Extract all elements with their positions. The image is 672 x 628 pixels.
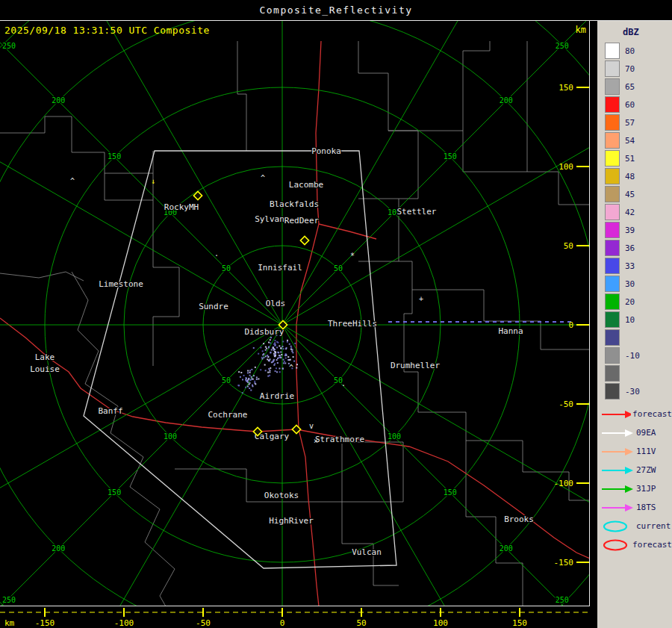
radar-echo-pixel xyxy=(275,370,276,372)
colorbar-row: 36 xyxy=(597,239,672,257)
bottom-axis-tick-label: 50 xyxy=(356,618,366,628)
county-boundary xyxy=(527,172,590,205)
map-area: 5050505010010010010015015015015020020020… xyxy=(0,21,590,606)
radar-echo-pixel xyxy=(277,362,279,364)
radar-echo-pixel xyxy=(267,376,269,377)
storm-marker: · xyxy=(214,252,219,260)
range-label: 200 xyxy=(500,544,513,553)
range-label: 200 xyxy=(500,96,513,105)
city-label: Brooks xyxy=(504,514,534,524)
radar-echo-pixel xyxy=(272,347,273,349)
bottom-axis: -150-100-50050100150km xyxy=(0,606,590,628)
radar-echo-pixel xyxy=(285,357,287,358)
city-label: Drumheller xyxy=(391,361,441,370)
radar-echo-pixel xyxy=(279,367,280,369)
radar-echo-pixel xyxy=(280,351,281,352)
county-boundary xyxy=(0,272,84,281)
range-label: 50 xyxy=(222,376,231,385)
city-label: Innisfail xyxy=(258,263,302,273)
colorbar-row: 39 xyxy=(597,221,672,239)
colorbar-row: 80 xyxy=(597,42,672,60)
radar-echo-pixel xyxy=(265,355,267,357)
radar-echo-pixel xyxy=(249,382,251,384)
storm-marker: · xyxy=(341,382,346,390)
radar-echo-pixel xyxy=(252,385,253,386)
colorbar-row: 20 xyxy=(597,293,672,311)
county-boundary xyxy=(463,41,527,172)
radar-echo-pixel xyxy=(290,349,292,350)
city-label: Lacombe xyxy=(289,180,323,190)
radar-map[interactable]: 5050505010010010010015015015015020020020… xyxy=(0,21,590,606)
radar-echo-pixel xyxy=(246,377,247,379)
radar-echo-pixel xyxy=(280,357,281,358)
window-title: Composite_Reflectivity xyxy=(259,4,412,16)
radar-echo-pixel xyxy=(282,341,284,342)
city-label: Sundre xyxy=(199,302,228,311)
colorbar-value: 42 xyxy=(625,208,635,217)
radar-echo-pixel xyxy=(255,367,256,368)
legend-symbol-label: forecast xyxy=(632,540,672,550)
radar-echo-pixel xyxy=(254,381,255,382)
timestamp-text: 2025/09/18 13:31:50 UTC Composite xyxy=(4,25,210,36)
radar-echo-pixel xyxy=(242,379,243,380)
track-arrow-icon xyxy=(600,427,635,439)
right-axis-tick-label: 0 xyxy=(568,320,573,330)
colorbar-row: 33 xyxy=(597,257,672,275)
colorbar-swatch xyxy=(605,276,620,292)
radar-echo-pixel xyxy=(258,378,259,379)
right-axis-unit-label: km xyxy=(576,25,586,35)
city-label: RockyMH xyxy=(164,202,199,212)
radar-echo-pixel xyxy=(267,358,268,360)
city-label: Sylvan xyxy=(255,214,284,224)
colorbar-swatch xyxy=(605,168,620,184)
radar-echo-pixel xyxy=(247,382,249,383)
radar-echo-pixel xyxy=(264,357,265,358)
radar-echo-pixel xyxy=(287,341,288,343)
radar-echo-pixel xyxy=(288,359,290,361)
colorbar-row: 60 xyxy=(597,96,672,114)
colorbar-value: 51 xyxy=(625,154,635,164)
radar-echo-pixel xyxy=(249,370,251,371)
colorbar-swatch xyxy=(605,222,620,238)
radar-echo-pixel xyxy=(268,342,270,343)
radar-echo-pixel xyxy=(267,356,269,358)
storm-marker: * xyxy=(350,252,355,260)
radar-echo-pixel xyxy=(271,349,273,350)
radar-echo-pixel xyxy=(247,385,249,387)
radar-echo-pixel xyxy=(262,354,264,355)
county-boundary xyxy=(237,41,246,151)
city-label: Olds xyxy=(266,299,286,308)
city-label: Hanna xyxy=(498,326,523,336)
colorbar-swatch xyxy=(605,96,620,113)
city-label: Vulcan xyxy=(352,547,382,557)
county-boundary xyxy=(358,41,418,152)
range-label: 100 xyxy=(164,432,177,441)
colorbar-swatch xyxy=(605,43,620,59)
radar-echo-pixel xyxy=(268,368,270,370)
bottom-axis-tick-label: -150 xyxy=(35,618,55,628)
right-axis-tick-label: 50 xyxy=(564,241,573,251)
radar-echo-pixel xyxy=(256,376,258,378)
city-label: Limestone xyxy=(99,279,143,289)
colorbar-row: 51 xyxy=(597,149,672,167)
radar-echo-pixel xyxy=(294,343,296,344)
radar-echo-pixel xyxy=(276,371,278,373)
colorbar-swatch xyxy=(605,365,620,382)
radar-echo-pixel xyxy=(249,388,250,389)
radar-echo-pixel xyxy=(283,348,284,349)
radar-echo-pixel xyxy=(248,378,249,379)
radar-echo-pixel xyxy=(284,361,285,362)
radar-echo-pixel xyxy=(277,358,279,359)
radar-echo-pixel xyxy=(250,390,252,391)
colorbar-row xyxy=(597,364,672,382)
radar-echo-pixel xyxy=(275,352,276,353)
city-label: Stettler xyxy=(397,207,437,217)
legend-symbol-row: forecast xyxy=(600,405,672,423)
radar-echo-pixel xyxy=(279,345,280,346)
right-axis-tick-label: -100 xyxy=(554,479,574,488)
colorbar-swatch xyxy=(605,204,620,220)
city-label: Lake xyxy=(35,352,55,362)
colorbar-row: 48 xyxy=(597,167,672,185)
colorbar-swatch xyxy=(605,293,620,310)
radar-echo-pixel xyxy=(265,346,267,348)
